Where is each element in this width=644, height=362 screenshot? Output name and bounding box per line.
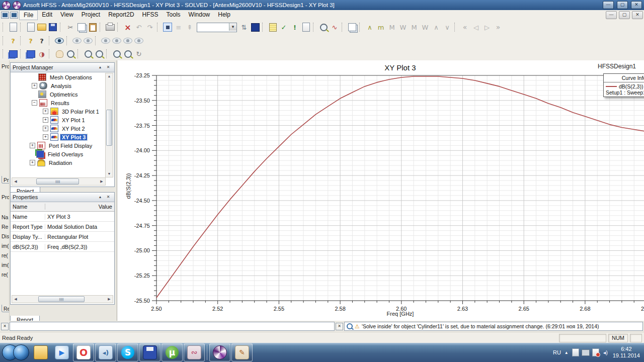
menu-report2d[interactable]: Report2D (104, 10, 138, 20)
close-button[interactable]: ✕ (631, 1, 642, 9)
expand-icon[interactable]: + (32, 83, 37, 88)
child-restore-button[interactable]: ▢ (619, 11, 630, 19)
coordinate-axes-icon[interactable]: ↻ (134, 49, 144, 59)
child-minimize-button[interactable]: — (606, 11, 617, 19)
taskbar-app-media-player[interactable]: ▶ (52, 344, 72, 361)
redo-icon[interactable]: ↷ (145, 23, 155, 32)
collapse-icon[interactable]: − (32, 100, 37, 106)
fit-all-icon[interactable] (112, 49, 122, 59)
properties-close-icon[interactable]: ✕ (104, 194, 112, 201)
tray-app-icon[interactable] (572, 348, 579, 356)
open-project-icon[interactable] (37, 23, 47, 32)
mdi-child-icon[interactable] (1, 12, 9, 19)
message-magnifier-icon[interactable] (347, 323, 353, 329)
undo-icon[interactable]: ↶ (134, 23, 144, 32)
tray-volume-icon[interactable]: ◂) (602, 349, 609, 356)
child-close-button[interactable]: ✕ (632, 11, 643, 19)
tray-expand-icon[interactable]: ▲ (565, 350, 569, 355)
tree-item-mesh-operations[interactable]: Mesh Operations (12, 73, 106, 81)
tree-item-radiation[interactable]: +Radiation (12, 158, 106, 167)
hide-eye-6-icon[interactable] (134, 36, 144, 46)
menu-window[interactable]: Window (185, 10, 214, 20)
edge-tab-pr[interactable]: Pr (2, 176, 10, 184)
new-schematic-icon[interactable] (8, 23, 18, 32)
tree-item-3d-polar-plot-1[interactable]: +3D Polar Plot 1 (12, 107, 106, 116)
mdi-child-icon-2[interactable] (10, 12, 18, 19)
taskbar-clock[interactable]: 6:42 19.11.2014 (613, 346, 640, 359)
visibility-eye-icon[interactable] (54, 36, 64, 46)
help-pointer-icon[interactable]: ? (37, 36, 47, 46)
nav-prev-icon[interactable]: ◁ (471, 23, 481, 32)
property-row-name[interactable]: NameXY Plot 3 (11, 212, 114, 222)
tree-item-optimetrics[interactable]: Optimetrics (12, 90, 106, 99)
menu-hfss[interactable]: HFSS (138, 10, 163, 20)
nav-next-icon[interactable]: ▷ (482, 23, 492, 32)
hide-eye-2-icon[interactable] (83, 36, 93, 46)
message-close-icon[interactable]: ✕ (336, 323, 343, 330)
scroll-left-icon[interactable]: ◀ (13, 178, 19, 185)
menu-edit[interactable]: Edit (38, 10, 56, 20)
start-button-overlay[interactable] (13, 344, 29, 360)
expand-icon[interactable]: + (30, 143, 35, 148)
menu-file[interactable]: File (19, 10, 38, 20)
minimize-button[interactable]: — (603, 1, 614, 9)
panel-collapse-icon[interactable]: ▴ (96, 64, 104, 71)
tree-hscroll-thumb[interactable]: ⦀⦀⦀ (36, 178, 79, 185)
pan-hand-icon[interactable] (54, 49, 64, 59)
help-doc-1-icon[interactable]: ? (8, 36, 18, 46)
menu-tools[interactable]: Tools (163, 10, 185, 20)
zoom-magnifier-icon[interactable] (318, 23, 329, 32)
select-face-icon[interactable]: ≡ (174, 23, 184, 32)
wave-4-icon[interactable]: W (398, 23, 408, 32)
select-object-icon[interactable] (163, 23, 173, 32)
tree-item-field-overlays[interactable]: Field Overlays (12, 150, 106, 158)
tree-item-xy-plot-2[interactable]: +XY Plot 2 (12, 124, 106, 133)
apply-solution-icon[interactable]: ⇅ (239, 23, 249, 32)
validate-icon[interactable]: ✓ (279, 23, 289, 32)
print-icon[interactable] (105, 23, 115, 32)
tree-item-port-field-display[interactable]: +Port Field Display (12, 141, 106, 150)
hide-eye-3-icon[interactable] (101, 36, 111, 46)
expand-icon[interactable]: + (43, 134, 48, 140)
cut-icon[interactable]: ✂ (65, 23, 75, 32)
select-edge-icon[interactable]: ⇞ (185, 23, 195, 32)
analyze-all-icon[interactable]: ! (290, 23, 300, 32)
taskbar-app-utorrent[interactable]: µ (162, 343, 183, 361)
plot-curve-icon[interactable]: ∿ (330, 23, 340, 32)
expand-icon[interactable]: + (43, 117, 48, 123)
wave-6-icon[interactable]: W (420, 23, 430, 32)
tree-horizontal-scrollbar[interactable]: ◀ ⦀⦀⦀ ▶ (12, 177, 106, 186)
tree-item-results[interactable]: −Results (12, 99, 106, 107)
wave-7-icon[interactable]: ∧ (431, 23, 441, 32)
taskbar-app-hfss[interactable] (209, 343, 230, 361)
zoom-window-icon[interactable] (65, 49, 75, 59)
scroll-right-icon[interactable]: ▶ (106, 296, 112, 302)
copy-graphics-icon[interactable] (347, 23, 357, 32)
expand-icon[interactable]: + (43, 109, 48, 114)
language-indicator[interactable]: RU (553, 349, 561, 355)
wave-8-icon[interactable]: ∨ (442, 23, 452, 32)
expand-icon[interactable]: + (30, 160, 35, 165)
menu-project[interactable]: Project (77, 10, 104, 20)
menu-view[interactable]: View (56, 10, 77, 20)
solution-select-combo[interactable] (197, 23, 237, 32)
paste-icon[interactable] (88, 23, 98, 32)
tree-vertical-scrollbar[interactable]: ▲ ▼ (105, 73, 113, 177)
taskbar-app-skype[interactable]: S (117, 343, 138, 361)
properties-hscroll-thumb[interactable]: ⦀⦀⦀ (38, 296, 85, 302)
scroll-down-icon[interactable]: ▼ (106, 171, 112, 177)
tree-item-analysis[interactable]: +Analysis (12, 81, 106, 90)
scroll-up-icon[interactable]: ▲ (106, 73, 112, 79)
save-icon[interactable] (48, 23, 58, 32)
nav-last-icon[interactable]: » (493, 23, 503, 32)
wave-5-icon[interactable]: M (409, 23, 419, 32)
scroll-right-icon[interactable]: ▶ (99, 178, 105, 185)
taskbar-app-volume-tool[interactable]: ◂) (95, 343, 116, 361)
hide-eye-5-icon[interactable] (123, 36, 133, 46)
help-doc-2-icon[interactable]: ? (26, 36, 36, 46)
scroll-left-icon[interactable]: ◀ (13, 296, 19, 302)
tray-flag-icon[interactable] (592, 348, 599, 356)
wave-3-icon[interactable]: M (387, 23, 397, 32)
bool-subtract-icon[interactable] (26, 49, 36, 59)
edge-tab-re[interactable]: Re (2, 305, 10, 312)
